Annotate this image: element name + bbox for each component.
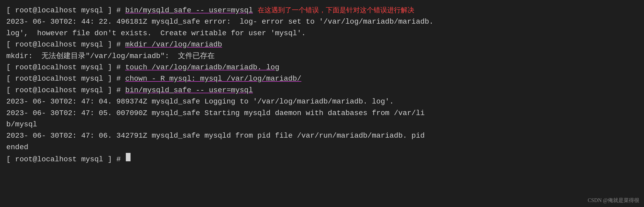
watermark: CSDN @俺就是菜得很 bbox=[588, 196, 639, 204]
terminal-line-12: 2023- 06- 30T02: 47: 06. 342791Z mysqld_… bbox=[6, 130, 638, 141]
command-7: chown - R mysql: mysql /var/log/mariadb/ bbox=[125, 73, 301, 84]
terminal-line-5: mkdir: 无法创建目录"/var/log/mariadb": 文件已存在 bbox=[6, 50, 638, 62]
command-8: bin/mysqld_safe -- user=mysql bbox=[125, 85, 253, 96]
terminal-line-8: [ root@localhost mysql ] # bin/mysqld_sa… bbox=[6, 85, 638, 96]
annotation-1: 在这遇到了一个错误，下面是针对这个错误进行解决 bbox=[258, 5, 414, 16]
terminal-line-6: [ root@localhost mysql ] # touch /var/lo… bbox=[6, 62, 638, 73]
terminal-line-9: 2023- 06- 30T02: 47: 04. 989374Z mysqld_… bbox=[6, 96, 638, 107]
terminal-line-14: [ root@localhost mysql ] # bbox=[6, 153, 638, 165]
terminal-line-1: [ root@localhost mysql ] # bin/mysqld_sa… bbox=[6, 5, 638, 16]
terminal-line-3: log', however file don't exists. Create … bbox=[6, 28, 638, 39]
output-3: log', however file don't exists. Create … bbox=[6, 28, 306, 39]
terminal-cursor bbox=[126, 153, 131, 161]
prompt-7: [ root@localhost mysql ] # bbox=[6, 73, 125, 84]
terminal-window: [ root@localhost mysql ] # bin/mysqld_sa… bbox=[0, 0, 644, 207]
terminal-line-4: [ root@localhost mysql ] # mkdir /var/lo… bbox=[6, 39, 638, 50]
output-9: 2023- 06- 30T02: 47: 04. 989374Z mysqld_… bbox=[6, 96, 394, 107]
prompt-6: [ root@localhost mysql ] # bbox=[6, 62, 125, 73]
output-5: mkdir: 无法创建目录"/var/log/mariadb": 文件已存在 bbox=[6, 50, 215, 62]
output-11: b/mysql bbox=[6, 119, 37, 130]
terminal-line-2: 2023- 06- 30T02: 44: 22. 496181Z mysqld_… bbox=[6, 16, 638, 27]
output-10: 2023- 06- 30T02: 47: 05. 007090Z mysqld_… bbox=[6, 107, 425, 119]
output-13: ended bbox=[6, 142, 28, 153]
command-1: bin/mysqld_safe -- user=mysql bbox=[125, 5, 253, 16]
prompt-8: [ root@localhost mysql ] # bbox=[6, 85, 125, 96]
command-6: touch /var/log/mariadb/mariadb. log bbox=[125, 62, 279, 73]
output-12: 2023- 06- 30T02: 47: 06. 342791Z mysqld_… bbox=[6, 130, 425, 141]
terminal-line-7: [ root@localhost mysql ] # chown - R mys… bbox=[6, 73, 638, 84]
terminal-line-11: b/mysql bbox=[6, 119, 638, 130]
prompt-1: [ root@localhost mysql ] # bbox=[6, 5, 125, 16]
output-2: 2023- 06- 30T02: 44: 22. 496181Z mysqld_… bbox=[6, 16, 434, 27]
terminal-line-13: ended bbox=[6, 142, 638, 153]
prompt-4: [ root@localhost mysql ] # bbox=[6, 39, 125, 50]
terminal-line-10: 2023- 06- 30T02: 47: 05. 007090Z mysqld_… bbox=[6, 107, 638, 119]
prompt-14: [ root@localhost mysql ] # bbox=[6, 154, 125, 165]
command-4: mkdir /var/log/mariadb bbox=[125, 39, 222, 50]
